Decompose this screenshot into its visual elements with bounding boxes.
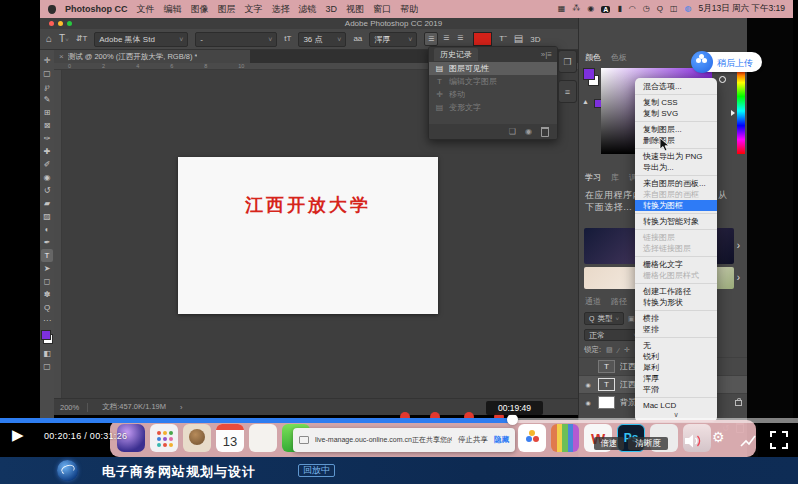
tab-颜色[interactable]: 颜色 bbox=[585, 52, 601, 63]
input-source-icon[interactable]: A bbox=[601, 6, 610, 13]
lock-pixels-icon[interactable]: ∕ bbox=[618, 347, 619, 354]
context-menu-item[interactable]: 转换为图框 bbox=[635, 200, 717, 211]
hide-button[interactable]: 隐藏 bbox=[494, 435, 509, 445]
context-menu-item[interactable]: 转换为智能对象 bbox=[635, 216, 717, 227]
dock-icon-folders[interactable] bbox=[551, 424, 579, 452]
history-tab[interactable]: 历史记录 bbox=[434, 48, 478, 61]
dock-icon-notes[interactable] bbox=[249, 424, 277, 452]
healing-brush-tool-icon[interactable]: ✚ bbox=[41, 145, 53, 158]
context-menu-item[interactable]: 来自图层的画板... bbox=[635, 178, 717, 189]
context-menu-item[interactable]: 复制图层... bbox=[635, 124, 717, 135]
path-select-tool-icon[interactable]: ➤ bbox=[41, 262, 53, 275]
menu-item-3D[interactable]: 3D bbox=[326, 4, 338, 14]
context-menu-item[interactable]: 锐利 bbox=[635, 351, 717, 362]
frame-tool-icon[interactable]: ⊠ bbox=[41, 119, 53, 132]
menu-item-图像[interactable]: 图像 bbox=[191, 3, 209, 16]
shape-tool-icon[interactable]: ◻ bbox=[41, 275, 53, 288]
type-tool-icon[interactable]: T˅ bbox=[59, 34, 69, 44]
delete-state-icon[interactable] bbox=[541, 127, 549, 137]
lock-position-icon[interactable]: ✛ bbox=[624, 346, 630, 354]
align-center-button[interactable]: ☰ bbox=[440, 32, 452, 44]
new-snapshot-icon[interactable]: ◉ bbox=[525, 127, 532, 136]
menu-bar-clock[interactable]: 5月13日 周六 下午3:19 bbox=[699, 3, 785, 15]
dock-icon-calendar[interactable]: 13 bbox=[216, 424, 244, 452]
menu-item-帮助[interactable]: 帮助 bbox=[400, 3, 418, 16]
text-color-swatch[interactable] bbox=[473, 32, 492, 46]
eyedropper-tool-icon[interactable]: ✑ bbox=[41, 132, 53, 145]
polyv-icon[interactable]: ⁂ bbox=[572, 5, 580, 13]
context-menu-item[interactable]: 复制 CSS bbox=[635, 97, 717, 108]
3d-button[interactable]: 3D bbox=[530, 35, 540, 44]
filter-kind-icon[interactable]: ▣ bbox=[628, 315, 635, 323]
context-menu-item[interactable]: 转换为形状 bbox=[635, 297, 717, 308]
menu-item-文字[interactable]: 文字 bbox=[245, 3, 263, 16]
time-machine-icon[interactable]: ◷ bbox=[643, 5, 650, 13]
history-step[interactable]: T编辑文字图层 bbox=[429, 75, 557, 88]
record-icon[interactable]: ◉ bbox=[587, 5, 594, 13]
menu-item-窗口[interactable]: 窗口 bbox=[373, 3, 391, 16]
history-step[interactable]: ▤变形文字 bbox=[429, 101, 557, 114]
dock-icon-photos[interactable] bbox=[183, 424, 211, 452]
screen-mode-icon[interactable]: ▢ bbox=[41, 360, 53, 373]
tutorial-chevron-2[interactable]: › bbox=[737, 272, 740, 283]
menu-item-视图[interactable]: 视图 bbox=[346, 3, 364, 16]
color-swatches[interactable] bbox=[41, 330, 53, 344]
settings-gear-icon[interactable]: ⚙ bbox=[712, 430, 725, 444]
control-center-icon[interactable]: ◫ bbox=[670, 5, 678, 13]
eraser-tool-icon[interactable]: ▰ bbox=[41, 197, 53, 210]
anti-alias-select[interactable]: 浑厚˅ bbox=[369, 32, 417, 47]
text-orientation-icon[interactable]: ⇵T bbox=[76, 35, 88, 43]
zoom-tool-icon[interactable]: Q bbox=[41, 301, 53, 314]
lock-transparency-icon[interactable]: ▨ bbox=[606, 346, 613, 354]
pen-tool-icon[interactable]: ✒ bbox=[41, 236, 53, 249]
menu-item-图层[interactable]: 图层 bbox=[218, 3, 236, 16]
tab-close-icon[interactable]: × bbox=[59, 52, 64, 61]
tab-库[interactable]: 库 bbox=[611, 172, 619, 183]
context-menu-item[interactable]: 创建工作路径 bbox=[635, 286, 717, 297]
tab-路径[interactable]: 路径 bbox=[611, 296, 627, 307]
tab-色板[interactable]: 色板 bbox=[611, 52, 627, 63]
type-tool-icon[interactable]: T bbox=[41, 249, 53, 262]
tab-通道[interactable]: 通道 bbox=[585, 296, 601, 307]
font-family-select[interactable]: Adobe 黑体 Std˅ bbox=[94, 32, 188, 47]
apple-logo-icon[interactable] bbox=[48, 5, 56, 14]
quality-button[interactable]: 清晰度 bbox=[628, 437, 668, 450]
panel-menu-icon[interactable]: »|≡ bbox=[541, 50, 552, 59]
zoom-level[interactable]: 200% bbox=[60, 403, 88, 412]
clone-stamp-tool-icon[interactable]: ◉ bbox=[41, 171, 53, 184]
playback-speed-button[interactable]: 倍速 bbox=[594, 437, 624, 450]
stop-sharing-button[interactable]: 停止共享 bbox=[458, 435, 488, 445]
progress-bar[interactable] bbox=[0, 418, 798, 423]
context-menu-item[interactable]: 浑厚 bbox=[635, 373, 717, 384]
new-document-from-state-icon[interactable]: ❏ bbox=[509, 127, 516, 136]
history-step[interactable]: ▤图层可见性 bbox=[429, 62, 557, 75]
collapsed-panel-icon-1[interactable]: ❐ bbox=[558, 50, 577, 73]
fullscreen-icon[interactable] bbox=[769, 430, 789, 450]
foreground-background-swatches[interactable] bbox=[583, 68, 599, 86]
context-menu-item[interactable]: 导出为... bbox=[635, 162, 717, 173]
gradient-tool-icon[interactable]: ▨ bbox=[41, 210, 53, 223]
upload-later-button[interactable]: 稍后上传 bbox=[692, 52, 762, 72]
context-menu-item[interactable]: 快速导出为 PNG bbox=[635, 151, 717, 162]
layer-filter-select[interactable]: Q类型˅ bbox=[584, 312, 624, 325]
more-tools-icon[interactable]: ⋯ bbox=[41, 314, 53, 327]
dodge-tool-icon[interactable]: ◐ bbox=[41, 223, 53, 236]
display-icon[interactable]: ▦ bbox=[558, 5, 566, 13]
annotate-icon[interactable] bbox=[740, 434, 756, 448]
search-icon[interactable]: Q bbox=[657, 5, 663, 13]
move-tool-icon[interactable]: ✛ bbox=[41, 54, 53, 67]
tab-学习[interactable]: 学习 bbox=[585, 172, 601, 183]
battery-icon[interactable]: ▮ bbox=[617, 5, 621, 13]
brush-tool-icon[interactable]: ✐ bbox=[41, 158, 53, 171]
foreground-color-swatch[interactable] bbox=[583, 68, 595, 80]
toggle-panels-icon[interactable]: ▤ bbox=[514, 34, 523, 44]
dock-icon-polyv[interactable] bbox=[518, 424, 546, 452]
wifi-icon[interactable]: ◠ bbox=[629, 5, 636, 13]
menu-item-文件[interactable]: 文件 bbox=[137, 3, 155, 16]
menu-item-Photoshop CC[interactable]: Photoshop CC bbox=[65, 4, 128, 14]
context-menu-item[interactable]: 无 bbox=[635, 340, 717, 351]
align-left-button[interactable]: ☰ bbox=[424, 32, 438, 46]
status-chevron-icon[interactable]: › bbox=[180, 403, 183, 412]
menu-item-选择[interactable]: 选择 bbox=[272, 3, 290, 16]
marquee-tool-icon[interactable]: ▢ bbox=[41, 67, 53, 80]
